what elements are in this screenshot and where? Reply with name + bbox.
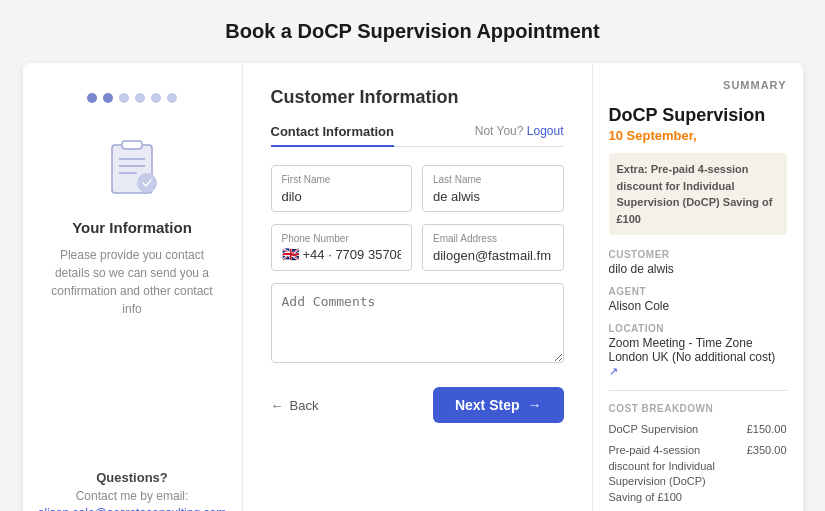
last-name-label: Last Name bbox=[433, 174, 553, 185]
extra-label: Extra: bbox=[617, 163, 648, 175]
phone-field: Phone Number 🇬🇧 bbox=[271, 224, 413, 271]
phone-label: Phone Number bbox=[282, 233, 402, 244]
tab-bar: Contact Information Not You? Logout bbox=[271, 124, 564, 147]
step-dot-2 bbox=[103, 93, 113, 103]
clipboard-icon bbox=[97, 133, 167, 203]
last-name-input[interactable] bbox=[433, 189, 553, 204]
next-arrow-icon: → bbox=[528, 397, 542, 413]
sidebar: Your Information Please provide you cont… bbox=[23, 63, 243, 511]
svg-rect-1 bbox=[122, 141, 142, 149]
summary-header: Summary bbox=[609, 79, 787, 91]
location-value: Zoom Meeting - Time Zone London UK (No a… bbox=[609, 336, 787, 378]
cost-row-1: DoCP Supervision £150.00 bbox=[609, 422, 787, 437]
customer-info-title: Customer Information bbox=[271, 87, 564, 108]
questions-label: Questions? bbox=[38, 470, 226, 485]
location-label: LOCATION bbox=[609, 323, 787, 334]
phone-input[interactable] bbox=[303, 247, 402, 262]
next-step-button[interactable]: Next Step → bbox=[433, 387, 564, 423]
first-name-input[interactable] bbox=[282, 189, 402, 204]
not-you-text: Not You? Logout bbox=[475, 124, 564, 138]
contact-row: Phone Number 🇬🇧 Email Address bbox=[271, 224, 564, 271]
back-arrow-icon: ← bbox=[271, 398, 284, 413]
first-name-label: First Name bbox=[282, 174, 402, 185]
summary-divider bbox=[609, 390, 787, 391]
summary-extra: Extra: Pre-paid 4-session discount for I… bbox=[609, 153, 787, 235]
step-dot-4 bbox=[135, 93, 145, 103]
phone-flag: 🇬🇧 bbox=[282, 246, 299, 262]
step-dot-3 bbox=[119, 93, 129, 103]
center-content: Customer Information Contact Information… bbox=[243, 63, 593, 511]
sidebar-section-title: Your Information bbox=[72, 219, 192, 236]
name-row: First Name Last Name bbox=[271, 165, 564, 212]
customer-label: CUSTOMER bbox=[609, 249, 787, 260]
step-dots bbox=[87, 93, 177, 103]
email-field: Email Address bbox=[422, 224, 564, 271]
cost-label-2: Pre-paid 4-session discount for Individu… bbox=[609, 443, 747, 505]
step-dot-5 bbox=[151, 93, 161, 103]
email-label: Email Address bbox=[433, 233, 553, 244]
logout-link[interactable]: Logout bbox=[527, 124, 564, 138]
cost-row-2: Pre-paid 4-session discount for Individu… bbox=[609, 443, 787, 505]
summary-panel: Summary DoCP Supervision 10 September, E… bbox=[593, 63, 803, 511]
main-container: Your Information Please provide you cont… bbox=[23, 63, 803, 511]
phone-input-wrapper: 🇬🇧 bbox=[282, 246, 402, 262]
customer-info-row: CUSTOMER dilo de alwis bbox=[609, 249, 787, 276]
agent-label: AGENT bbox=[609, 286, 787, 297]
step-dot-6 bbox=[167, 93, 177, 103]
sidebar-questions: Questions? Contact me by email: alison.c… bbox=[38, 470, 226, 511]
comments-textarea[interactable] bbox=[271, 283, 564, 363]
sidebar-description: Please provide you contact details so we… bbox=[43, 246, 222, 318]
page-title: Book a DoCP Supervision Appointment bbox=[225, 20, 599, 43]
customer-value: dilo de alwis bbox=[609, 262, 787, 276]
first-name-field: First Name bbox=[271, 165, 413, 212]
tab-contact-information[interactable]: Contact Information bbox=[271, 124, 395, 147]
back-button[interactable]: ← Back bbox=[271, 398, 319, 413]
next-label: Next Step bbox=[455, 397, 520, 413]
last-name-field: Last Name bbox=[422, 165, 564, 212]
summary-service-name: DoCP Supervision bbox=[609, 105, 787, 126]
location-link[interactable]: ↗ bbox=[609, 365, 618, 377]
cost-amount-1: £150.00 bbox=[747, 422, 787, 437]
contact-text: Contact me by email: bbox=[38, 489, 226, 503]
contact-email-link[interactable]: alison.cole@accreteconsulting.com bbox=[38, 506, 226, 511]
cost-amount-2: £350.00 bbox=[747, 443, 787, 505]
agent-info-row: AGENT Alison Cole bbox=[609, 286, 787, 313]
back-label: Back bbox=[290, 398, 319, 413]
svg-point-5 bbox=[137, 173, 157, 193]
bottom-nav: ← Back Next Step → bbox=[271, 387, 564, 423]
cost-breakdown-label: COST BREAKDOWN bbox=[609, 403, 787, 414]
agent-value: Alison Cole bbox=[609, 299, 787, 313]
summary-date: 10 September, bbox=[609, 128, 787, 143]
step-dot-1 bbox=[87, 93, 97, 103]
cost-label-1: DoCP Supervision bbox=[609, 422, 747, 437]
email-input[interactable] bbox=[433, 248, 553, 263]
location-info-row: LOCATION Zoom Meeting - Time Zone London… bbox=[609, 323, 787, 378]
